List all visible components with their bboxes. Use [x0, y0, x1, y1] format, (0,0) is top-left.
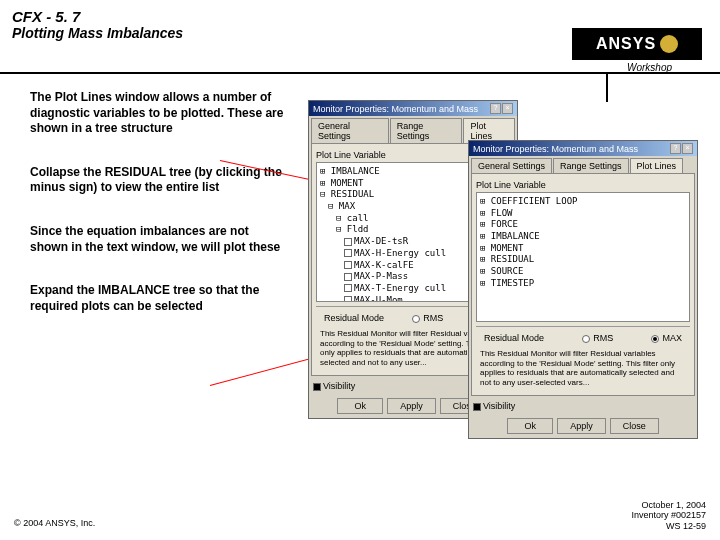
logo-swoosh-icon: [660, 35, 678, 53]
vertical-divider: [606, 72, 608, 102]
radio-max-front[interactable]: [651, 335, 659, 343]
tab-plotlines-front[interactable]: Plot Lines: [630, 158, 684, 173]
tree-item[interactable]: ⊞ FORCE: [480, 219, 686, 231]
tree-item[interactable]: ⊞ MOMENT: [480, 243, 686, 255]
paragraph-4: Expand the IMBALANCE tree so that the re…: [30, 283, 290, 314]
tab-general-back[interactable]: General Settings: [311, 118, 389, 143]
paragraph-2: Collapse the RESIDUAL tree (by clicking …: [30, 165, 290, 196]
monitor-window-front: Monitor Properties: Momentum and Mass ? …: [468, 140, 698, 439]
footer-inventory: Inventory #002157: [631, 510, 706, 521]
close-icon[interactable]: ×: [682, 143, 693, 154]
visibility-check-back[interactable]: Visibility: [323, 381, 355, 391]
tab-range-front[interactable]: Range Settings: [553, 158, 629, 173]
tab-general-front[interactable]: General Settings: [471, 158, 552, 173]
window-titlebar-front[interactable]: Monitor Properties: Momentum and Mass ? …: [469, 141, 697, 156]
note-front: This Residual Monitor will filter Residu…: [476, 345, 690, 391]
radio-rms-back[interactable]: [412, 315, 420, 323]
window-title-back: Monitor Properties: Momentum and Mass: [313, 104, 478, 114]
plot-line-var-label-front: Plot Line Variable: [476, 180, 690, 190]
ansys-logo: ANSYS: [572, 28, 702, 60]
tree-item[interactable]: ⊞ COEFFICIENT LOOP: [480, 196, 686, 208]
horizontal-divider: [0, 72, 720, 74]
residual-mode-label-back: Residual Mode: [324, 313, 384, 323]
tree-item[interactable]: ⊞ IMBALANCE: [480, 231, 686, 243]
close-button-front[interactable]: Close: [610, 418, 659, 434]
window-titlebar-back[interactable]: Monitor Properties: Momentum and Mass ? …: [309, 101, 517, 116]
tree-front[interactable]: ⊞ COEFFICIENT LOOP ⊞ FLOW ⊞ FORCE ⊞ IMBA…: [476, 192, 690, 322]
tab-range-back[interactable]: Range Settings: [390, 118, 463, 143]
paragraph-3: Since the equation imbalances are not sh…: [30, 224, 290, 255]
ok-button-back[interactable]: Ok: [337, 398, 383, 414]
tree-item[interactable]: ⊞ SOURCE: [480, 266, 686, 278]
paragraph-1: The Plot Lines window allows a number of…: [30, 90, 290, 137]
visibility-check-front[interactable]: Visibility: [483, 401, 515, 411]
slide-title: CFX - 5. 7: [12, 8, 708, 25]
tree-item[interactable]: ⊞ TIMESTEP: [480, 278, 686, 290]
help-icon[interactable]: ?: [490, 103, 501, 114]
body-text: The Plot Lines window allows a number of…: [30, 90, 290, 342]
help-icon[interactable]: ?: [670, 143, 681, 154]
apply-button-back[interactable]: Apply: [387, 398, 436, 414]
footer-ws: WS 12-59: [631, 521, 706, 532]
radio-rms-front[interactable]: [582, 335, 590, 343]
residual-mode-label-front: Residual Mode: [484, 333, 544, 343]
apply-button-front[interactable]: Apply: [557, 418, 606, 434]
footer-meta: October 1, 2004 Inventory #002157 WS 12-…: [631, 500, 706, 532]
close-icon[interactable]: ×: [502, 103, 513, 114]
tree-item[interactable]: ⊞ RESIDUAL: [480, 254, 686, 266]
ok-button-front[interactable]: Ok: [507, 418, 553, 434]
copyright: © 2004 ANSYS, Inc.: [14, 518, 95, 528]
logo-text: ANSYS: [596, 35, 656, 53]
window-title-front: Monitor Properties: Momentum and Mass: [473, 144, 638, 154]
footer-date: October 1, 2004: [631, 500, 706, 511]
tree-item[interactable]: ⊞ FLOW: [480, 208, 686, 220]
